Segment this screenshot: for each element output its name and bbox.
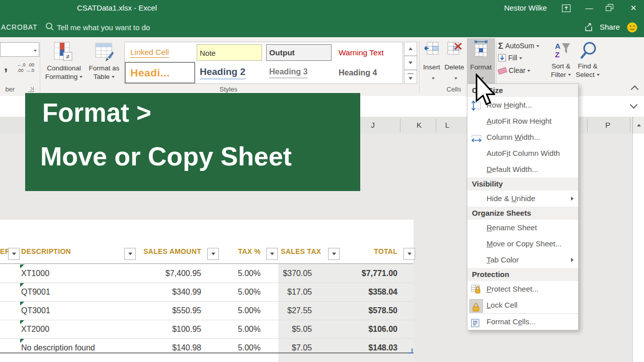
conditional-formatting-button[interactable]: ≠ Conditional Formatting [42,40,86,90]
format-as-table-button[interactable]: Format as Table [87,40,122,90]
share-button[interactable]: Share [600,23,620,31]
share-icon [585,23,596,34]
column-header-p[interactable]: P [600,121,615,129]
cell-total[interactable]: $148.03 [347,338,397,357]
dialog-launcher-icon[interactable] [28,86,34,92]
insert-cells-button[interactable]: Insert [421,40,443,88]
clear-button[interactable]: Clear [498,66,530,76]
smiley-feedback-icon[interactable] [627,22,637,35]
table-row: No description found $140.98 5.00% $7.05… [0,338,414,357]
cell-tax[interactable]: 5.00% [216,301,261,320]
column-header-k[interactable]: K [412,121,427,129]
number-format-dropdown[interactable] [0,42,39,57]
menu-item-format-cells[interactable]: Format Cells... [467,313,578,330]
filter-button[interactable] [8,248,20,260]
menu-item-column-width[interactable]: Column Width... [467,129,578,145]
cell-description[interactable]: QT9001 [21,283,50,301]
svg-text:≠: ≠ [66,53,69,60]
cell-tax[interactable]: 5.00% [216,283,261,301]
style-output[interactable]: Output [265,43,333,62]
delete-cells-icon [447,41,462,58]
autosum-button[interactable]: AutoSum [498,41,539,51]
cell-sales-tax[interactable]: $17.05 [267,283,312,301]
gallery-scroll-down-button[interactable] [404,56,417,70]
cell-sales-tax[interactable]: $5.05 [267,320,312,338]
find-select-button[interactable]: Find & Select [574,39,602,89]
minimize-button[interactable]: — [584,3,595,13]
menu-item-autofit-row-height[interactable]: AutoFit Row Height [467,113,578,129]
column-header-l[interactable]: L [440,121,455,129]
column-header-j[interactable]: J [365,121,380,129]
cells-group-label: Cells [443,85,465,93]
cell-description[interactable]: No description found [21,338,95,357]
menu-item-lock-cell[interactable]: Lock Cell [467,297,578,313]
filter-button[interactable] [328,248,340,260]
menu-item-default-width[interactable]: Default Width... [467,161,578,177]
filter-button[interactable] [266,248,278,260]
cell-sales-tax[interactable]: $27.55 [267,301,312,320]
cell-total[interactable]: $7,771.00 [347,264,397,283]
cell-tax[interactable]: 5.00% [216,320,261,338]
table-resize-handle[interactable] [408,348,413,353]
cell-sales-amount[interactable]: $340.99 [141,283,201,301]
number-group-label: ber [0,85,20,93]
style-note[interactable]: Note [195,43,264,62]
sort-filter-button[interactable]: AZ Sort & Filter [546,39,576,89]
expand-formula-bar-icon[interactable] [630,101,638,109]
triangle-up-icon [637,124,641,127]
cell-total[interactable]: $358.04 [347,283,397,301]
cell-description[interactable]: XT1000 [21,264,49,283]
vertical-scrollbar[interactable] [632,134,644,362]
cell-sales-amount[interactable]: $7,400.95 [141,264,201,283]
cell-tax[interactable]: 5.00% [216,264,261,283]
cell-tax[interactable]: 5.00% [216,338,261,357]
chevron-down-icon [452,73,457,82]
table-header-tax: TAX % [236,247,261,255]
cell-sales-tax[interactable]: $370.05 [267,264,312,283]
cell-total[interactable]: $106.00 [347,320,397,338]
cell-sales-amount[interactable]: $100.95 [141,320,201,338]
filter-button[interactable] [124,248,136,260]
cell-sales-amount[interactable]: $550.95 [141,301,201,320]
cell-description[interactable]: QT3001 [21,301,50,320]
style-linked-cell[interactable]: Linked Cell [126,43,194,62]
ribbon-display-options-icon[interactable] [562,5,571,14]
style-heading-1-selected[interactable]: Headi... [125,62,195,83]
tell-me-input[interactable]: Tell me what you want to do [57,23,150,32]
cell-sales-amount[interactable]: $140.98 [141,338,201,357]
filter-button[interactable] [404,248,415,260]
restore-button[interactable] [606,4,614,14]
filter-button[interactable] [207,248,219,260]
gallery-scroll-up-button[interactable] [404,42,417,56]
divider [419,41,420,93]
sort-filter-icon: AZ [552,41,571,63]
menu-item-autofit-column-width[interactable]: AutoFit Column Width [467,145,578,161]
delete-cells-button[interactable]: Delete [443,40,466,88]
menu-item-rename-sheet[interactable]: Rename Sheet [467,220,578,236]
tab-acrobat[interactable]: ACROBAT [1,23,37,31]
menu-item-move-or-copy-sheet[interactable]: Move or Copy Sheet... [467,236,578,252]
format-as-table-icon [95,42,115,65]
menu-item-hide-unhide[interactable]: Hide & Unhide [467,191,578,207]
cell-description[interactable]: XT2000 [21,320,49,338]
increase-decimal-icon[interactable]: ←.0 .00 [17,62,34,67]
decrease-decimal-icon[interactable]: .00 →.0 [17,68,34,73]
gallery-more-button[interactable] [404,70,417,84]
table-row: XT2000 $100.95 5.00% $5.05 $106.00 [0,320,414,338]
table-header-sales-amount: SALES AMOUNT [141,247,201,255]
scroll-up-button[interactable] [632,117,644,134]
collapse-ribbon-icon[interactable] [631,85,639,94]
cell-sales-tax[interactable]: $7.05 [267,338,312,357]
style-heading-3[interactable]: Heading 3 [265,63,333,82]
cell-total[interactable]: $578.50 [347,301,397,320]
triangle-down-icon [409,62,413,64]
style-heading-2[interactable]: Heading 2 [195,63,264,82]
fill-button[interactable]: Fill [498,54,522,64]
close-button[interactable]: ✕ [628,3,639,13]
style-heading-4[interactable]: Heading 4 [334,63,403,82]
menu-item-tab-color[interactable]: Tab Color [467,252,578,268]
style-warning-text[interactable]: Warning Text [334,43,403,62]
comma-style-button[interactable] [4,58,17,78]
filter-icon [211,253,215,255]
menu-item-protect-sheet[interactable]: Protect Sheet... [467,281,578,297]
